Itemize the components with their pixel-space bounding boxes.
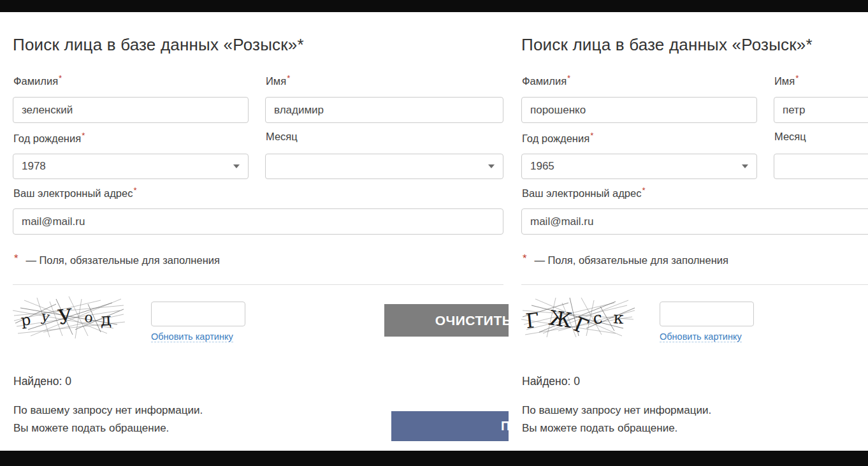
captcha-image: Г Ж Г с к [520,291,636,344]
required-asterisk: * [82,131,85,140]
appeal-text: Вы можете подать обращение. [13,422,169,435]
captcha-letter: Ж [547,305,574,333]
content-area: Поиск лица в базе данных «Розыск»* Фамил… [0,12,868,451]
results-count: Найдено: 0 [13,375,71,388]
refresh-captcha-link[interactable]: Обновить картинку [151,331,233,342]
required-fields-note: *— Поля, обязательные для заполнения [14,252,220,266]
birth-year-select[interactable]: 1965 [521,154,757,179]
search-button[interactable]: П [391,411,509,441]
month-label: Месяц [266,131,298,143]
divider [13,284,503,285]
captcha-input[interactable] [660,302,754,326]
required-asterisk: * [590,131,593,140]
surname-label: Фамилия* [522,73,570,87]
month-label: Месяц [774,131,806,143]
surname-input[interactable] [13,97,249,123]
clear-button[interactable]: очистить [384,304,509,337]
required-asterisk: * [567,73,570,83]
chevron-down-icon [488,164,495,168]
email-input[interactable] [521,208,868,235]
captcha-letter: У [57,304,74,330]
month-select[interactable] [265,154,503,179]
birth-year-value: 1965 [530,160,737,173]
required-fields-note: *— Поля, обязательные для заполнения [523,252,728,266]
name-input[interactable] [265,97,503,123]
chevron-down-icon [742,164,748,168]
required-asterisk: * [59,73,62,83]
name-label: Имя* [774,73,799,87]
letterbox-top [0,0,868,12]
captcha-letter: Г [524,308,540,333]
no-info-text: По вашему запросу нет информации. [13,404,203,417]
search-panel-left: Поиск лица в базе данных «Розыск»* Фамил… [0,12,509,451]
screen: Поиск лица в базе данных «Розыск»* Фамил… [0,0,868,466]
page-title: Поиск лица в базе данных «Розыск»* [13,35,304,55]
birth-year-label: Год рождения* [13,131,85,145]
captcha-letter: к [613,308,625,328]
search-panel-right: Поиск лица в базе данных «Розыск»* Фамил… [509,12,868,451]
birth-year-label: Год рождения* [522,131,593,145]
captcha-letter: о [84,309,94,326]
required-asterisk: * [133,186,136,195]
appeal-text: Вы можете подать обращение. [522,422,677,435]
email-label: Ваш электронный адрес* [522,186,646,200]
letterbox-bottom [0,451,868,466]
refresh-captcha-link[interactable]: Обновить картинку [660,331,742,342]
surname-label: Фамилия* [13,73,62,87]
chevron-down-icon [233,164,240,168]
name-input[interactable] [774,97,868,123]
search-button-label: П [501,419,509,433]
month-select[interactable] [774,154,868,179]
captcha-image: р у У о д [11,291,127,344]
divider [521,284,868,285]
surname-input[interactable] [521,97,757,123]
no-info-text: По вашему запросу нет информации. [522,404,711,417]
captcha-letter: д [100,309,112,330]
required-asterisk: * [642,186,645,195]
birth-year-value: 1978 [22,160,228,173]
email-input[interactable] [13,208,503,235]
required-asterisk: * [795,73,799,83]
page-title: Поиск лица в базе данных «Розыск»* [521,35,813,55]
captcha-input[interactable] [151,302,245,326]
results-count: Найдено: 0 [522,375,580,388]
required-asterisk: * [287,73,290,83]
name-label: Имя* [266,73,290,87]
email-label: Ваш электронный адрес* [13,186,137,200]
birth-year-select[interactable]: 1978 [13,154,249,179]
